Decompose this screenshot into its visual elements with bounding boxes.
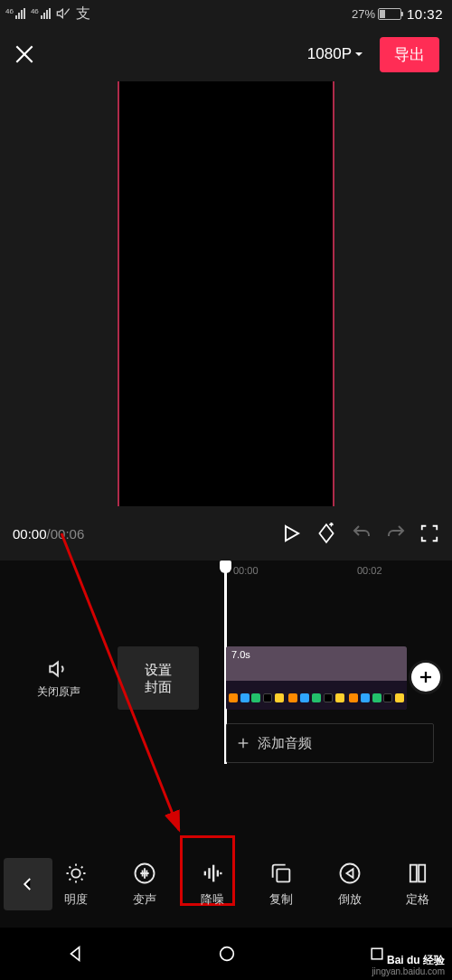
mute-icon [56, 6, 71, 21]
signal-2: 46 [31, 8, 51, 19]
clock: 10:32 [407, 6, 443, 22]
plus-icon [236, 736, 250, 750]
play-button[interactable] [280, 523, 302, 544]
svg-point-17 [340, 864, 359, 883]
android-nav-bar: Bai du 经验jingyan.baidu.com [0, 928, 452, 980]
tool-label: 倒放 [338, 891, 362, 908]
mute-original-audio[interactable]: 关闭原声 [0, 646, 118, 710]
editor-header: 1080P 导出 [0, 27, 452, 81]
alipay-icon: 支 [76, 5, 90, 24]
add-clip-button[interactable] [409, 660, 443, 694]
svg-rect-19 [410, 865, 417, 882]
tool-label: 明度 [64, 891, 88, 908]
clip-thumbnail [346, 646, 407, 710]
tool-strip: 明度 变声 降噪 复制 倒放 定格 [0, 841, 452, 928]
tool-freeze[interactable]: 定格 [383, 861, 452, 908]
brightness-icon [63, 861, 89, 886]
svg-line-0 [64, 9, 69, 15]
set-cover-button[interactable]: 设置 封面 [118, 646, 199, 710]
nav-back[interactable] [66, 944, 86, 964]
clip-duration-label: 7.0s [231, 649, 250, 660]
add-audio-label: 添加音频 [258, 735, 312, 752]
timeline[interactable]: 00:00 00:02 关闭原声 设置 封面 7.0s 添加音频 [0, 561, 452, 841]
voice-icon [132, 861, 157, 886]
tool-reverse[interactable]: 倒放 [315, 861, 384, 908]
signal-1: 46 [5, 8, 25, 19]
tool-copy[interactable]: 复制 [247, 861, 315, 908]
noise-icon [200, 861, 225, 886]
clip-thumbnail [287, 646, 347, 710]
add-audio-button[interactable]: 添加音频 [226, 723, 434, 763]
set-cover-label: 设置 封面 [145, 661, 172, 696]
plus-icon [418, 669, 434, 685]
copy-icon [268, 861, 294, 886]
tool-label: 定格 [406, 891, 429, 908]
status-bar: 46 46 支 27% 10:32 [0, 0, 452, 27]
tool-noise-reduce[interactable]: 降噪 [178, 861, 247, 908]
close-button[interactable] [13, 42, 36, 66]
svg-marker-18 [346, 869, 353, 877]
svg-marker-3 [286, 526, 298, 541]
resolution-label: 1080P [307, 45, 352, 63]
preview-frame [118, 81, 334, 506]
mute-original-label: 关闭原声 [37, 684, 80, 700]
freeze-icon [405, 861, 430, 886]
chevron-down-icon [354, 50, 363, 59]
svg-rect-16 [277, 869, 289, 881]
tool-brightness[interactable]: 明度 [42, 861, 110, 908]
tool-label: 复制 [269, 891, 293, 908]
playback-controls: 00:00/00:06 [0, 506, 452, 561]
keyframe-button[interactable] [315, 522, 338, 545]
nav-home[interactable] [217, 944, 237, 964]
tool-voice-change[interactable]: 变声 [110, 861, 179, 908]
speaker-icon [47, 657, 71, 681]
svg-point-9 [71, 869, 80, 877]
video-preview[interactable] [0, 81, 452, 506]
resolution-selector[interactable]: 1080P [307, 45, 363, 63]
svg-rect-20 [419, 865, 425, 882]
export-button[interactable]: 导出 [380, 37, 439, 72]
tool-label: 变声 [133, 891, 156, 908]
fullscreen-button[interactable] [419, 523, 439, 543]
redo-button[interactable] [385, 523, 407, 544]
tool-label: 降噪 [201, 891, 224, 908]
timecode: 00:00/00:06 [13, 526, 84, 542]
svg-point-21 [221, 947, 234, 961]
video-clip[interactable]: 7.0s [226, 646, 407, 710]
undo-button[interactable] [351, 523, 372, 544]
watermark: Bai du 经验jingyan.baidu.com [372, 955, 445, 976]
reverse-icon [337, 861, 363, 886]
battery-indicator: 27% [352, 7, 401, 21]
